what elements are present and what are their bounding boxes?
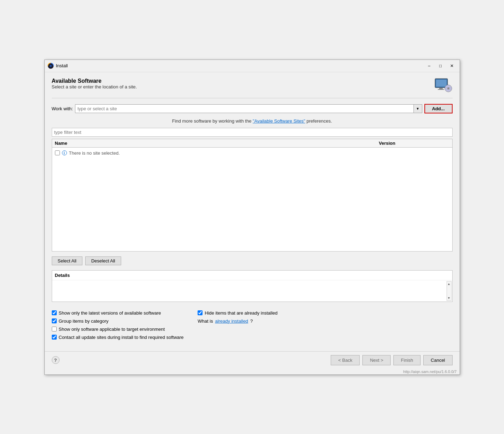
deselect-all-button[interactable]: Deselect All bbox=[85, 256, 121, 265]
details-header: Details bbox=[52, 271, 452, 280]
buttons-row: Select All Deselect All bbox=[52, 254, 453, 268]
status-bar: http://aiqn.sam.net/pu/1.6.0.0/7 bbox=[45, 369, 460, 374]
work-with-label: Work with: bbox=[52, 106, 73, 111]
options-section: Show only the latest versions of availab… bbox=[52, 308, 453, 346]
scrollbar[interactable]: ▲ ▼ bbox=[447, 281, 452, 301]
separator-1 bbox=[52, 98, 453, 98]
install-window: Install – □ ✕ Available Software Select … bbox=[44, 60, 460, 375]
item-name: There is no site selected. bbox=[69, 150, 120, 156]
options-col-right: Hide items that are already installed Wh… bbox=[198, 310, 278, 340]
close-button[interactable]: ✕ bbox=[447, 62, 457, 70]
help-button[interactable]: ? bbox=[52, 356, 60, 364]
group-by-category-label: Group items by category bbox=[59, 318, 109, 324]
next-button[interactable]: Next > bbox=[362, 355, 391, 365]
window-title: Install bbox=[56, 63, 68, 68]
contact-update-sites-checkbox[interactable] bbox=[52, 335, 57, 340]
bottom-bar: ? < Back Next > Finish Cancel bbox=[45, 351, 460, 369]
options-col-left: Show only the latest versions of availab… bbox=[52, 310, 184, 340]
item-checkbox[interactable] bbox=[55, 150, 60, 155]
maximize-button[interactable]: □ bbox=[436, 62, 446, 70]
svg-point-1 bbox=[50, 65, 52, 67]
option-contact-update-sites[interactable]: Contact all update sites during install … bbox=[52, 335, 184, 340]
scroll-down-icon[interactable]: ▼ bbox=[447, 296, 450, 300]
install-icon bbox=[434, 78, 453, 93]
svg-rect-5 bbox=[438, 89, 444, 90]
finish-button[interactable]: Finish bbox=[393, 355, 421, 365]
what-is-installed-row: What is already installed ? bbox=[198, 318, 278, 324]
option-hide-installed[interactable]: Hide items that are already installed bbox=[198, 310, 278, 316]
group-by-category-checkbox[interactable] bbox=[52, 318, 57, 323]
page-title: Available Software bbox=[52, 78, 137, 84]
show-applicable-label: Show only software applicable to target … bbox=[59, 327, 165, 332]
info-icon: i bbox=[62, 150, 67, 155]
contact-update-sites-label: Contact all update sites during install … bbox=[59, 335, 184, 340]
content-area: Available Software Select a site or ente… bbox=[45, 72, 460, 351]
app-icon bbox=[48, 63, 54, 69]
work-with-input-container: ▼ bbox=[75, 104, 422, 113]
header-icon-area bbox=[434, 78, 453, 94]
header-row: Available Software Select a site or ente… bbox=[52, 78, 453, 94]
what-is-installed-suffix: ? bbox=[250, 318, 253, 324]
already-installed-link[interactable]: already installed bbox=[215, 318, 248, 324]
table-body: i There is no site selected. bbox=[52, 148, 452, 246]
available-software-sites-link[interactable]: "Available Software Sites" bbox=[253, 118, 305, 124]
svg-rect-3 bbox=[436, 80, 447, 87]
add-button[interactable]: Add... bbox=[424, 104, 453, 113]
title-bar-left: Install bbox=[48, 63, 68, 69]
back-button[interactable]: < Back bbox=[331, 355, 360, 365]
show-latest-label: Show only the latest versions of availab… bbox=[59, 310, 161, 316]
bottom-right: < Back Next > Finish Cancel bbox=[331, 355, 452, 365]
find-more-row: Find more software by working with the "… bbox=[52, 118, 453, 124]
select-all-button[interactable]: Select All bbox=[52, 256, 82, 265]
find-more-suffix: preferences. bbox=[305, 118, 332, 124]
title-bar-buttons: – □ ✕ bbox=[424, 62, 457, 70]
show-latest-checkbox[interactable] bbox=[52, 310, 57, 315]
option-show-applicable[interactable]: Show only software applicable to target … bbox=[52, 327, 184, 332]
subtitle: Select a site or enter the location of a… bbox=[52, 84, 137, 89]
hide-installed-label: Hide items that are already installed bbox=[205, 310, 278, 316]
option-group-by-category[interactable]: Group items by category bbox=[52, 318, 184, 324]
work-with-row: Work with: ▼ Add... bbox=[52, 103, 453, 115]
option-show-latest[interactable]: Show only the latest versions of availab… bbox=[52, 310, 184, 316]
col-name-header: Name bbox=[55, 141, 379, 146]
status-text: http://aiqn.sam.net/pu/1.6.0.0/7 bbox=[403, 370, 457, 374]
filter-input[interactable] bbox=[52, 128, 453, 137]
bottom-left: ? bbox=[52, 356, 60, 364]
details-section: Details ▲ ▼ bbox=[52, 270, 453, 302]
svg-rect-4 bbox=[439, 88, 443, 89]
work-with-input[interactable] bbox=[75, 105, 413, 113]
software-table: Name Version i There is no site selected… bbox=[52, 139, 453, 252]
header-text: Available Software Select a site or ente… bbox=[52, 78, 137, 92]
what-is-installed-prefix: What is bbox=[198, 318, 213, 324]
scroll-up-icon[interactable]: ▲ bbox=[447, 282, 450, 286]
svg-point-7 bbox=[447, 87, 449, 89]
details-body: ▲ ▼ bbox=[52, 280, 452, 302]
cancel-button[interactable]: Cancel bbox=[423, 355, 452, 365]
find-more-prefix: Find more software by working with the bbox=[172, 118, 253, 124]
show-applicable-checkbox[interactable] bbox=[52, 327, 57, 331]
work-with-dropdown-button[interactable]: ▼ bbox=[413, 105, 422, 113]
title-bar: Install – □ ✕ bbox=[45, 60, 460, 72]
minimize-button[interactable]: – bbox=[424, 62, 434, 70]
col-version-header: Version bbox=[379, 141, 449, 146]
table-row: i There is no site selected. bbox=[55, 150, 449, 156]
table-header: Name Version bbox=[52, 139, 452, 148]
hide-installed-checkbox[interactable] bbox=[198, 310, 203, 315]
